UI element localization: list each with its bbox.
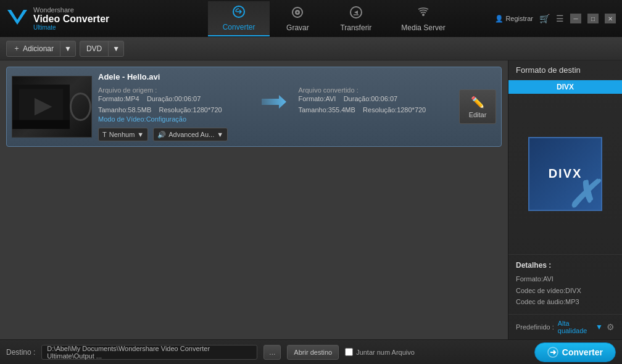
add-dropdown-arrow[interactable]: ▼ — [60, 41, 75, 56]
tab-gravar-label: Gravar — [286, 23, 309, 32]
svg-point-4 — [297, 11, 299, 13]
file-info: Adele - Hello.avi Arquivo de origem : Fo… — [98, 72, 449, 141]
add-label: Adicionar — [23, 44, 54, 53]
converted-format: Formato:AVI Duração:00:06:07 — [299, 94, 450, 105]
title-bar: Wondershare Video Converter Ultimate Con… — [0, 0, 622, 37]
tab-mediaserver[interactable]: Media Server — [386, 1, 460, 36]
toolbar: ＋ Adicionar ▼ DVD ▼ — [0, 37, 622, 60]
add-button[interactable]: ＋ Adicionar ▼ — [6, 41, 76, 57]
dvd-button[interactable]: DVD ▼ — [80, 41, 124, 57]
merge-checkbox[interactable] — [345, 348, 353, 356]
audio-select[interactable]: 🔊 Advanced Au... ▼ — [153, 128, 228, 141]
source-size-label: Tamanho: — [98, 106, 128, 114]
source-res-value: 1280*720 — [193, 106, 222, 114]
convert-button[interactable]: Converter — [534, 342, 616, 362]
tab-mediaserver-label: Media Server — [401, 23, 445, 32]
conv-format-label: Formato: — [299, 95, 326, 102]
edit-label: Editar — [469, 111, 487, 118]
preset-label: Predefinido : — [516, 323, 554, 331]
close-button[interactable]: ✕ — [605, 14, 616, 23]
product-name: Video Converter — [33, 14, 109, 25]
source-size: Tamanho:58.5MB Resolução:1280*720 — [98, 105, 249, 116]
video-mode-link[interactable]: Modo de Vídeo:Configuração — [98, 115, 249, 123]
add-button-main[interactable]: ＋ Adicionar — [7, 41, 60, 56]
audio-dropdown-icon: ▼ — [217, 131, 223, 138]
right-panel: Formato de destin DIVX DIVX ✗ Detalhes :… — [508, 60, 622, 339]
logo-text: Wondershare Video Converter Ultimate — [33, 6, 109, 31]
divx-logo: DIVX ✗ — [528, 137, 602, 211]
open-dest-button[interactable]: Abrir destino — [287, 345, 339, 360]
audio-value: Advanced Au... — [168, 131, 214, 138]
edit-button[interactable]: ✏️ Editar — [459, 89, 496, 124]
svg-marker-12 — [262, 95, 286, 109]
details-title: Detalhes : — [516, 261, 615, 270]
tab-converter-label: Converter — [223, 23, 255, 31]
dest-path: D:\Abel\My Documents\Wondershare Video C… — [41, 345, 257, 360]
format-header: Formato de destin — [508, 60, 622, 80]
maximize-button[interactable]: □ — [587, 14, 599, 23]
source-format: Formato:MP4 Duração:00:06:07 — [98, 94, 249, 105]
dest-path-text: D:\Abel\My Documents\Wondershare Video C… — [47, 345, 252, 360]
dest-label: Destino : — [6, 348, 35, 357]
source-size-value: 58.5MB — [128, 106, 151, 114]
edition-name: Ultimate — [33, 24, 109, 31]
register-label: Registrar — [505, 15, 533, 22]
browse-button[interactable]: ... — [263, 345, 281, 360]
source-duration-label: Duração: — [147, 95, 175, 102]
detail-audio-codec: Codec de áudio:MP3 — [516, 296, 615, 308]
source-format-value: MP4 — [125, 95, 139, 102]
conv-size-label: Tamanho: — [299, 106, 328, 114]
details-section: Detalhes : Formato:AVI Codec de vídeo:DI… — [508, 254, 622, 314]
file-bottom-row: T Nenhum ▼ 🔊 Advanced Au... ▼ — [98, 128, 449, 141]
menu-icon[interactable]: ☰ — [556, 14, 564, 23]
bottom-bar: Destino : D:\Abel\My Documents\Wondersha… — [0, 339, 622, 364]
register-button[interactable]: 👤 Registrar — [495, 15, 533, 23]
source-duration-value: 00:06:07 — [175, 95, 201, 102]
dropdown-icon[interactable]: ▼ — [595, 323, 603, 331]
minimize-button[interactable]: ─ — [570, 14, 581, 23]
tab-gravar[interactable]: Gravar — [270, 1, 325, 36]
tab-transferir[interactable]: Transferir — [325, 1, 386, 36]
converted-label: Arquivo convertido : — [299, 86, 450, 94]
dvd-label: DVD — [86, 44, 102, 53]
brand-name: Wondershare — [33, 6, 109, 14]
audio-icon: 🔊 — [157, 131, 166, 139]
detail-format: Formato:AVI — [516, 273, 615, 285]
tab-transferir-label: Transferir — [340, 23, 371, 32]
add-icon: ＋ — [13, 43, 20, 54]
gravar-icon — [291, 6, 304, 21]
tab-converter[interactable]: Converter — [208, 1, 270, 36]
conv-size-value: 355.4MB — [328, 106, 355, 114]
gear-icon[interactable]: ⚙ — [607, 322, 615, 332]
conv-res-label: Resolução: — [363, 106, 397, 114]
svg-marker-0 — [7, 10, 27, 25]
detail-video-codec: Codec de vídeo:DIVX — [516, 285, 615, 297]
file-list-area: Adele - Hello.avi Arquivo de origem : Fo… — [0, 60, 508, 339]
conv-duration-value: 00:06:07 — [371, 95, 397, 102]
file-details-row: Arquivo de origem : Formato:MP4 Duração:… — [98, 86, 449, 123]
dvd-button-main[interactable]: DVD — [80, 41, 109, 56]
preset-value[interactable]: Alta qualidade — [558, 320, 592, 334]
conv-res-value: 1280*720 — [397, 106, 426, 114]
subtitle-type-icon: T — [102, 131, 107, 138]
transferir-icon — [349, 6, 363, 21]
merge-label: Juntar num Arquivo — [356, 349, 415, 356]
logo-area: Wondershare Video Converter Ultimate — [6, 6, 173, 31]
subtitle-value: Nenhum — [109, 131, 135, 138]
format-tab[interactable]: DIVX — [508, 80, 622, 94]
merge-checkbox-area: Juntar num Arquivo — [345, 348, 415, 356]
thumbnail-placeholder — [12, 77, 91, 137]
mediaserver-icon — [417, 6, 430, 21]
edit-icon: ✏️ — [471, 96, 484, 109]
source-label: Arquivo de origem : — [98, 86, 249, 94]
svg-rect-11 — [12, 120, 70, 129]
subtitle-dropdown-icon: ▼ — [137, 131, 144, 138]
cart-icon[interactable]: 🛒 — [539, 14, 550, 23]
convert-label: Converter — [562, 347, 603, 357]
divx-logo-area: DIVX ✗ — [508, 94, 622, 254]
subtitle-select[interactable]: T Nenhum ▼ — [98, 128, 148, 141]
file-thumbnail — [12, 76, 92, 138]
dvd-dropdown-arrow[interactable]: ▼ — [109, 41, 123, 56]
convert-arrow — [262, 86, 286, 111]
source-details: Arquivo de origem : Formato:MP4 Duração:… — [98, 86, 249, 123]
